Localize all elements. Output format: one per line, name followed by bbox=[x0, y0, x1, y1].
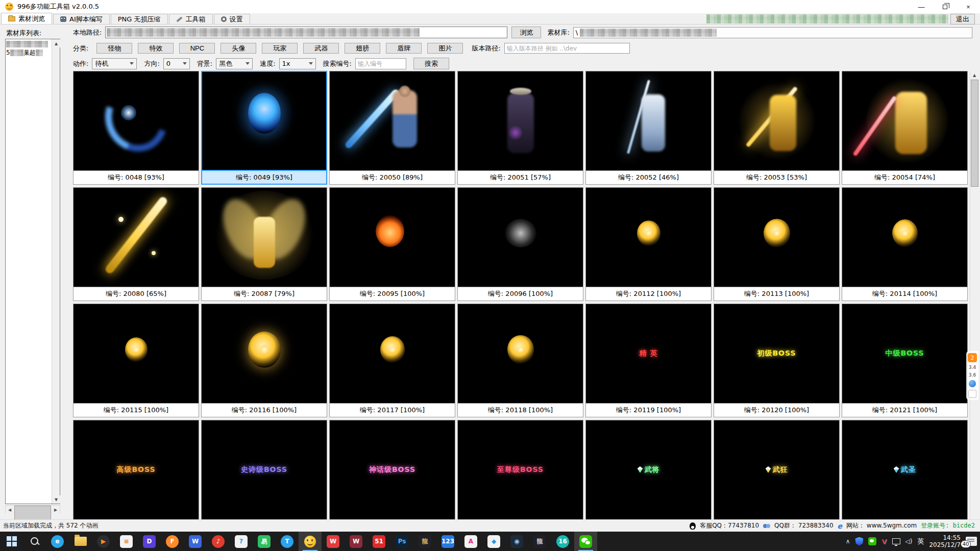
scroll-right-icon[interactable]: ▶ bbox=[52, 506, 60, 514]
search-number-input[interactable] bbox=[355, 58, 406, 69]
direction-select[interactable]: 0 bbox=[163, 58, 190, 69]
asset-tile[interactable]: 至尊级BOSS bbox=[457, 420, 583, 519]
category-button-武器[interactable]: 武器 bbox=[303, 43, 339, 54]
asset-tile[interactable]: 编号: 20050 [89%] bbox=[329, 71, 455, 185]
minimize-button[interactable]: — bbox=[910, 0, 933, 13]
tab-工具箱[interactable]: 工具箱 bbox=[169, 14, 213, 24]
asset-thumbnail[interactable] bbox=[329, 304, 455, 404]
asset-thumbnail[interactable] bbox=[201, 187, 327, 287]
input-language-indicator[interactable]: 英 bbox=[917, 537, 924, 546]
asset-tile[interactable]: 编号: 0049 [93%] bbox=[201, 71, 327, 185]
asset-tile[interactable]: 编号: 20115 [100%] bbox=[73, 304, 199, 417]
app-icon-w-maroon[interactable]: W bbox=[345, 532, 368, 551]
app-icon-a-colorful[interactable]: A bbox=[459, 532, 482, 551]
app-icon-help-blue[interactable]: ? bbox=[230, 532, 253, 551]
asset-thumbnail[interactable]: 武狂 bbox=[714, 420, 840, 519]
asset-thumbnail[interactable]: 中级BOSS bbox=[842, 304, 968, 404]
category-button-翅膀[interactable]: 翅膀 bbox=[345, 43, 380, 54]
asset-thumbnail[interactable] bbox=[201, 304, 327, 404]
version-path-input[interactable] bbox=[504, 43, 630, 54]
asset-thumbnail[interactable] bbox=[457, 71, 583, 171]
asset-tile[interactable]: 编号: 20080 [65%] bbox=[73, 187, 199, 301]
asset-thumbnail[interactable]: 武圣 bbox=[842, 420, 968, 519]
app-icon-notes[interactable]: ≡ bbox=[115, 532, 138, 551]
app-icon-game-dark-1[interactable]: 龍 bbox=[413, 532, 436, 551]
assistant-panel-icon[interactable] bbox=[968, 390, 976, 398]
asset-thumbnail[interactable] bbox=[842, 71, 968, 171]
asset-tile[interactable]: 史诗级BOSS bbox=[201, 420, 327, 519]
category-button-头像[interactable]: 头像 bbox=[220, 43, 256, 54]
asset-thumbnail[interactable]: 武将 bbox=[585, 420, 712, 519]
scroll-left-icon[interactable]: ◀ bbox=[6, 506, 14, 514]
category-button-怪物[interactable]: 怪物 bbox=[96, 43, 132, 54]
asset-thumbnail[interactable] bbox=[73, 304, 199, 404]
close-button[interactable]: × bbox=[957, 0, 980, 13]
category-button-特效[interactable]: 特效 bbox=[138, 43, 174, 54]
tab-设置[interactable]: 设置 bbox=[214, 14, 250, 24]
browse-button[interactable]: 浏览 bbox=[511, 27, 541, 38]
asset-tile[interactable]: 编号: 20113 [100%] bbox=[714, 187, 840, 301]
exit-button[interactable]: 退出 bbox=[950, 14, 975, 24]
library-listbox[interactable]: 5巢超 ▲ ▼ bbox=[5, 39, 60, 504]
asset-tile[interactable]: 初级BOSS编号: 20120 [100%] bbox=[714, 304, 840, 417]
wps-tray-icon[interactable]: V bbox=[881, 538, 887, 545]
notification-center-icon[interactable]: 40 bbox=[966, 537, 977, 546]
app-icon-orange-flame[interactable]: F bbox=[161, 532, 184, 551]
asset-tile[interactable]: 编号: 20116 [100%] bbox=[201, 304, 327, 417]
asset-thumbnail[interactable] bbox=[457, 304, 583, 404]
asset-thumbnail[interactable] bbox=[585, 187, 712, 287]
asset-tile[interactable]: 武狂 bbox=[714, 420, 840, 519]
asset-tile[interactable]: 编号: 20053 [53%] bbox=[714, 71, 840, 185]
scrollbar-thumb[interactable] bbox=[971, 80, 978, 187]
file-explorer-icon[interactable] bbox=[69, 532, 92, 551]
asset-thumbnail[interactable]: 史诗级BOSS bbox=[201, 420, 327, 519]
security-shield-icon[interactable] bbox=[855, 537, 863, 546]
speaker-icon[interactable]: ◁) bbox=[905, 538, 913, 545]
wechat-tray-icon[interactable] bbox=[868, 537, 876, 545]
asset-thumbnail[interactable]: 初级BOSS bbox=[714, 304, 840, 404]
app-icon-photoshop[interactable]: Ps bbox=[390, 532, 413, 551]
asset-tile[interactable]: 中级BOSS编号: 20121 [100%] bbox=[842, 304, 968, 417]
asset-tile[interactable]: 精 英编号: 20119 [100%] bbox=[585, 304, 712, 417]
asset-tile[interactable]: 编号: 20118 [100%] bbox=[457, 304, 583, 417]
tab-素材浏览[interactable]: 素材浏览 bbox=[1, 13, 52, 24]
library-field[interactable]: \ bbox=[573, 27, 972, 38]
assistant-drop-icon[interactable] bbox=[969, 380, 976, 387]
asset-tile[interactable]: 编号: 20095 [100%] bbox=[329, 187, 455, 301]
app-icon-game-dark-2[interactable]: 龍 bbox=[528, 532, 551, 551]
action-select[interactable]: 待机 bbox=[92, 58, 137, 69]
scroll-up-icon[interactable]: ▲ bbox=[52, 39, 60, 47]
asset-thumbnail[interactable]: 神话级BOSS bbox=[329, 420, 455, 519]
asset-tile[interactable]: 编号: 0048 [93%] bbox=[73, 71, 199, 185]
asset-tile[interactable]: 高级BOSS bbox=[73, 420, 199, 519]
asset-thumbnail[interactable]: 至尊级BOSS bbox=[457, 420, 583, 519]
asset-thumbnail[interactable] bbox=[714, 71, 840, 171]
list-horizontal-scrollbar[interactable]: ◀ ▶ bbox=[5, 505, 60, 513]
app-icon-123[interactable]: 123 bbox=[436, 532, 459, 551]
asset-thumbnail[interactable] bbox=[585, 71, 712, 171]
asset-tile[interactable]: 编号: 20051 [57%] bbox=[457, 71, 583, 185]
scroll-up-icon[interactable]: ▲ bbox=[970, 71, 978, 79]
asset-thumbnail[interactable] bbox=[329, 187, 455, 287]
app-icon-d-purple[interactable]: D bbox=[138, 532, 161, 551]
asset-thumbnail[interactable] bbox=[73, 71, 199, 171]
wechat-icon[interactable] bbox=[574, 532, 597, 551]
app-icon-camera-dark[interactable]: ◉ bbox=[505, 532, 528, 551]
network-display-icon[interactable] bbox=[892, 538, 900, 544]
asset-thumbnail[interactable] bbox=[842, 187, 968, 287]
asset-tile[interactable]: 编号: 20052 [46%] bbox=[585, 71, 712, 185]
assistant-badge[interactable]: 2 bbox=[968, 353, 977, 362]
app-icon-yi-green[interactable]: 易 bbox=[253, 532, 276, 551]
app-icon-media-player[interactable]: ▶ bbox=[92, 532, 115, 551]
app-icon-996-toolbox[interactable] bbox=[299, 532, 322, 551]
asset-thumbnail[interactable] bbox=[457, 187, 583, 287]
app-icon-teal[interactable]: 16 bbox=[551, 532, 574, 551]
tab-AI脚本编写[interactable]: AI脚本编写 bbox=[53, 14, 110, 24]
speed-select[interactable]: 1x bbox=[279, 58, 316, 69]
app-icon-51[interactable]: 51 bbox=[368, 532, 390, 551]
app-icon-t-blue[interactable]: T bbox=[276, 532, 299, 551]
category-button-NPC[interactable]: NPC bbox=[179, 43, 215, 54]
asset-tile[interactable]: 编号: 20096 [100%] bbox=[457, 187, 583, 301]
asset-tile[interactable]: 编号: 20114 [100%] bbox=[842, 187, 968, 301]
search-button[interactable] bbox=[23, 532, 46, 551]
